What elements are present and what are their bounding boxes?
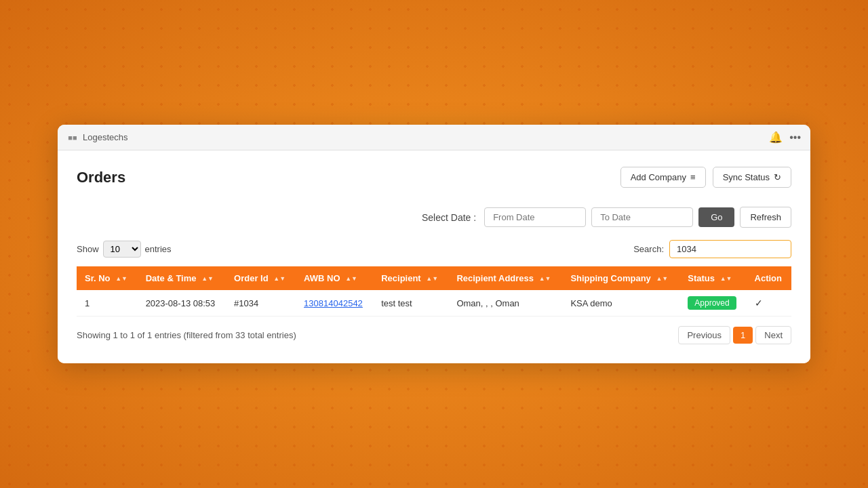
refresh-button[interactable]: Refresh [740, 207, 791, 228]
col-date-time: Date & Time ▲▼ [138, 266, 226, 290]
cell-recipient-address: Oman, , , Oman [448, 290, 562, 317]
sort-icon-status: ▲▼ [720, 276, 732, 282]
titlebar-left: ■■ Logestechs [67, 132, 128, 143]
col-sr-no: Sr. No ▲▼ [77, 266, 138, 290]
cell-recipient: test test [373, 290, 448, 317]
main-window: ■■ Logestechs 🔔 ••• Orders Add Company ≡… [58, 125, 810, 363]
sort-icon-order: ▲▼ [273, 276, 285, 282]
main-content: Orders Add Company ≡ Sync Status ↻ Selec… [58, 150, 810, 363]
action-check-icon[interactable]: ✓ [755, 298, 763, 308]
select-date-label: Select Date : [422, 212, 476, 223]
page-header: Orders Add Company ≡ Sync Status ↻ [77, 167, 791, 188]
next-button[interactable]: Next [755, 326, 791, 344]
titlebar: ■■ Logestechs 🔔 ••• [58, 125, 810, 150]
table-controls: Show 10 25 50 100 entries Search: [77, 240, 791, 258]
sync-status-label: Sync Status [723, 172, 770, 182]
cell-sr-no: 1 [77, 290, 138, 317]
cell-shipping-company: KSA demo [562, 290, 679, 317]
entries-label: entries [145, 244, 172, 254]
col-order-id: Order Id ▲▼ [226, 266, 296, 290]
sync-icon: ↻ [774, 172, 781, 182]
col-status: Status ▲▼ [679, 266, 746, 290]
to-date-input[interactable] [591, 207, 693, 227]
date-filter-row: Select Date : Go Refresh [77, 207, 791, 228]
col-recipient-address: Recipient Address ▲▼ [448, 266, 562, 290]
app-icon: ■■ [67, 132, 78, 143]
go-button[interactable]: Go [698, 207, 734, 227]
sort-icon-awb: ▲▼ [345, 276, 357, 282]
sort-icon-shipping: ▲▼ [656, 276, 668, 282]
status-badge: Approved [688, 296, 736, 310]
from-date-input[interactable] [484, 207, 586, 227]
orders-table: Sr. No ▲▼ Date & Time ▲▼ Order Id ▲▼ AWB… [77, 266, 791, 317]
filter-icon: ≡ [690, 172, 696, 182]
cell-date-time: 2023-08-13 08:53 [138, 290, 226, 317]
header-actions: Add Company ≡ Sync Status ↻ [620, 167, 791, 188]
app-name: Logestechs [83, 132, 128, 142]
more-icon[interactable]: ••• [789, 131, 801, 144]
cell-action[interactable]: ✓ [747, 290, 791, 317]
sort-icon-recipient: ▲▼ [426, 276, 438, 282]
entries-info: Showing 1 to 1 of 1 entries (filtered fr… [77, 330, 296, 340]
pagination: Previous 1 Next [678, 326, 791, 344]
search-label: Search: [633, 244, 664, 254]
col-action: Action [747, 266, 791, 290]
table-header-row: Sr. No ▲▼ Date & Time ▲▼ Order Id ▲▼ AWB… [77, 266, 791, 290]
bell-icon[interactable]: 🔔 [769, 131, 783, 144]
entries-select[interactable]: 10 25 50 100 [103, 241, 141, 258]
col-awb-no: AWB NO ▲▼ [296, 266, 373, 290]
add-company-label: Add Company [631, 172, 686, 182]
col-shipping-company: Shipping Company ▲▼ [562, 266, 679, 290]
titlebar-right: 🔔 ••• [769, 131, 801, 144]
table-footer: Showing 1 to 1 of 1 entries (filtered fr… [77, 326, 791, 344]
cell-order-id: #1034 [226, 290, 296, 317]
search-box: Search: [633, 240, 791, 258]
page-title: Orders [77, 169, 125, 186]
search-input[interactable] [669, 240, 791, 258]
sync-status-button[interactable]: Sync Status ↻ [713, 167, 791, 188]
page-1-button[interactable]: 1 [733, 327, 753, 344]
previous-button[interactable]: Previous [678, 326, 730, 344]
table-row: 1 2023-08-13 08:53 #1034 130814042542 te… [77, 290, 791, 317]
show-label: Show [77, 244, 99, 254]
add-company-button[interactable]: Add Company ≡ [620, 167, 706, 188]
sort-icon-date: ▲▼ [201, 276, 214, 282]
col-recipient: Recipient ▲▼ [373, 266, 448, 290]
sort-icon-address: ▲▼ [539, 276, 551, 282]
show-entries-control: Show 10 25 50 100 entries [77, 241, 172, 258]
sort-icon-sr: ▲▼ [115, 276, 127, 282]
cell-status: Approved [679, 290, 746, 317]
cell-awb-no[interactable]: 130814042542 [296, 290, 373, 317]
